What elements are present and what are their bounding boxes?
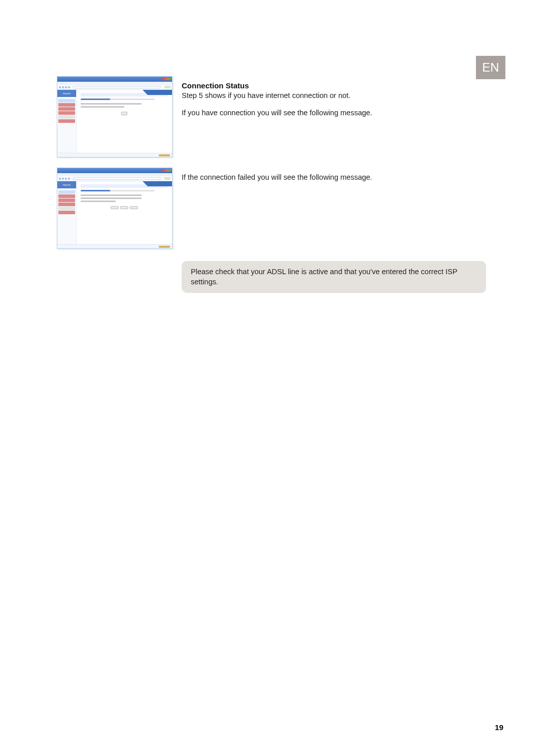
ss-statusbar — [57, 153, 172, 157]
screenshot-success: PHILIPS — [57, 76, 173, 157]
text-success: Connection Status Step 5 shows if you ha… — [182, 76, 488, 125]
note-box: Please check that your ADSL line is acti… — [182, 261, 486, 293]
ok-button-icon — [121, 112, 127, 115]
go-button-icon — [164, 86, 170, 88]
address-bar — [73, 177, 160, 180]
para-failed: If the connection failed you will see th… — [182, 173, 488, 183]
page-number: 19 — [495, 723, 503, 732]
philips-logo: PHILIPS — [57, 90, 76, 97]
ss-toolbar — [57, 85, 172, 90]
address-bar — [73, 86, 160, 88]
ok-button-icon — [130, 206, 138, 209]
go-button-icon — [164, 177, 170, 180]
screenshot-failed: PHILIPS — [57, 168, 173, 249]
ss-main — [77, 90, 172, 153]
para-success: If you have connection you will see the … — [182, 108, 488, 118]
ss-sidebar: PHILIPS — [57, 90, 77, 153]
philips-logo: PHILIPS — [57, 181, 76, 188]
ss-statusbar — [57, 244, 172, 248]
ss-toolbar — [57, 176, 172, 181]
text-failed: If the connection failed you will see th… — [182, 168, 488, 190]
row-success: PHILIPS Con — [57, 76, 488, 157]
ss-sidebar: PHILIPS — [57, 181, 77, 244]
ss-main — [77, 181, 172, 244]
page-content: PHILIPS Con — [57, 76, 488, 293]
ss-titlebar — [57, 168, 172, 173]
section-title: Connection Status — [182, 81, 488, 90]
ss-titlebar — [57, 77, 172, 82]
back-button-icon — [111, 206, 119, 209]
row-failed: PHILIPS — [57, 168, 488, 249]
next-button-icon — [120, 206, 128, 209]
para-step5: Step 5 shows if you have internet connec… — [182, 91, 488, 101]
